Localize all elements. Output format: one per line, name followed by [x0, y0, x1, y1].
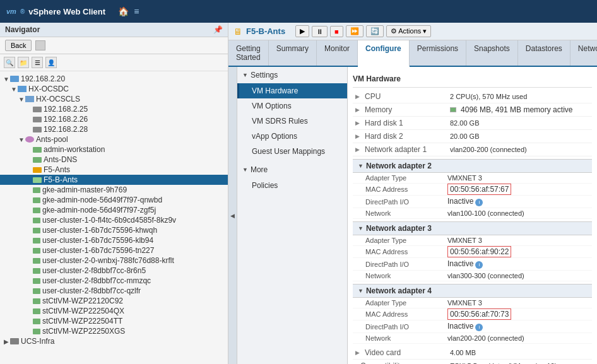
refresh-button[interactable]: 🔄 — [366, 25, 384, 37]
actions-button[interactable]: ⚙ Actions ▾ — [386, 25, 432, 37]
memory-expand-btn[interactable]: ▶ — [355, 107, 360, 113]
cpu-expand-btn[interactable]: ▶ — [355, 93, 360, 100]
tab-datastores[interactable]: Datastores — [518, 40, 570, 66]
detail-row-video[interactable]: ▶ Video card 4.00 MB — [353, 346, 592, 360]
more-section-header[interactable]: ▼ More — [237, 161, 347, 178]
detail-row-hdd2[interactable]: ▶ Hard disk 2 20.00 GB — [353, 130, 592, 143]
hdd1-expand-btn[interactable]: ▶ — [355, 120, 360, 126]
detail-row-compat[interactable]: Compatibility ESXi 5.5 and later (VM ver… — [353, 360, 592, 364]
tab-summary[interactable]: Summary — [269, 40, 317, 66]
vm-icon-2 — [33, 157, 42, 163]
home-icon[interactable]: 🏠 — [118, 6, 129, 16]
brand-logo: vm® vSphere Web Client — [6, 7, 105, 16]
header-toolbar: 🏠 ≡ — [118, 6, 139, 16]
tree-item-uc1[interactable]: user-cluster-1-0-fl4tc-6b9cd4585f-8kz9v — [0, 215, 228, 225]
vm-icon-4 — [33, 187, 40, 193]
network-adapter-3-section: ▼ Network adapter 3 Adapter Type VMXNET … — [353, 221, 592, 281]
tab-getting-started[interactable]: Getting Started — [228, 40, 269, 66]
video-expand-btn[interactable]: ▶ — [355, 349, 360, 356]
net1-expand-btn[interactable]: ▶ — [355, 146, 360, 153]
vm-icon-6 — [33, 208, 40, 213]
content-header: 🖥 F5-B-Ants ▶ ⏸ ■ ⏩ 🔄 ⚙ Actions ▾ — [228, 23, 597, 40]
back-button[interactable]: Back — [5, 40, 32, 51]
tree-item-f5-b-ants[interactable]: F5-B-Ants — [0, 175, 228, 185]
tree-item-h1[interactable]: 192.168.2.25 — [0, 104, 228, 114]
tree-item-ucs[interactable]: ▶ UCS-Infra — [0, 336, 228, 346]
net3-collapse-arrow[interactable]: ▼ — [358, 225, 364, 232]
tree-item-sctl2[interactable]: stCtlVM-WZP222504QX — [0, 306, 228, 316]
tree-item-admin-ws[interactable]: admin-workstation — [0, 144, 228, 155]
tab-permissions[interactable]: Permissions — [410, 40, 466, 66]
tree-item-uc5[interactable]: user-cluster-2-0-wnbxj-788fc76d88-krflt — [0, 255, 228, 266]
tree-item-uc3[interactable]: user-cluster-1-6b7dc75596-klb94 — [0, 235, 228, 245]
detail-section-title: VM Hardware — [353, 72, 592, 88]
tab-snapshots[interactable]: Snapshots — [466, 40, 518, 66]
nav-list-icon[interactable]: ☰ — [32, 57, 43, 68]
net2-collapse-arrow[interactable]: ▼ — [358, 163, 364, 169]
tree-item-uc4[interactable]: user-cluster-1-6b7dc75596-tn227 — [0, 245, 228, 255]
tree-item-sctl4[interactable]: stCtlVM-WZP22250XGS — [0, 326, 228, 336]
tabs-bar: Getting Started Summary Monitor Configur… — [228, 40, 597, 67]
vm-icon-15 — [33, 298, 40, 304]
tree-item-h3[interactable]: 192.168.2.28 — [0, 124, 228, 134]
tree-item-uc8[interactable]: user-cluster-2-f8dbbf7cc-qzlfr — [0, 286, 228, 296]
tab-networks[interactable]: Networks — [570, 40, 597, 66]
vm-icon-selected — [33, 177, 42, 183]
tree-item-uc6[interactable]: user-cluster-2-f8dbbf7cc-8r6n5 — [0, 266, 228, 276]
suspend-button[interactable]: ⏩ — [346, 25, 364, 37]
nav-person-icon[interactable]: 👤 — [45, 57, 57, 68]
detail-row-memory[interactable]: ▶ Memory 4096 MB, 491 MB memory active — [353, 103, 592, 117]
nav-grid-icon[interactable] — [35, 40, 45, 50]
net3-network-row: Network vlan300-300 (connected) — [353, 271, 592, 281]
tree-item-uc2[interactable]: user-cluster-1-6b7dc75596-khwqh — [0, 225, 228, 235]
nav-folder-icon[interactable]: 📁 — [18, 57, 29, 68]
tab-configure[interactable]: Configure — [358, 40, 410, 67]
settings-panel: ▼ Settings VM Hardware VM Options VM SDR… — [237, 67, 348, 364]
tree-item-gke-node2[interactable]: gke-admin-node-56d49f7f97-zgf5j — [0, 205, 228, 215]
settings-item-vapp-options[interactable]: vApp Options — [237, 129, 347, 144]
net2-network-row: Network vlan100-100 (connected) — [353, 208, 592, 219]
net3-adapter-type-row: Adapter Type VMXNET 3 — [353, 235, 592, 246]
tree-item-ants-dns[interactable]: Ants-DNS — [0, 155, 228, 165]
tab-monitor[interactable]: Monitor — [317, 40, 358, 66]
detail-row-cpu[interactable]: ▶ CPU 2 CPU(s), 570 MHz used — [353, 90, 592, 103]
menu-icon[interactable]: ≡ — [134, 6, 139, 16]
collapse-arrow[interactable]: ◀ — [228, 67, 237, 364]
tree-item-datacenter[interactable]: ▼ HX-OCSDC — [0, 84, 228, 94]
detail-row-net1[interactable]: ▶ Network adapter 1 vlan200-200 (connect… — [353, 143, 592, 156]
settings-item-guest-mappings[interactable]: Guest User Mappings — [237, 144, 347, 159]
stop-button[interactable]: ■ — [330, 26, 343, 37]
tree-item-pool[interactable]: ▼ Ants-pool — [0, 134, 228, 144]
settings-item-vm-sdrs[interactable]: VM SDRS Rules — [237, 114, 347, 129]
net2-directpath-info-icon[interactable]: i — [475, 199, 483, 206]
hdd2-expand-btn[interactable]: ▶ — [355, 133, 360, 139]
tree-item-gke-node1[interactable]: gke-admin-node-56d49f7f97-qnwbd — [0, 195, 228, 205]
vm-icon-12 — [33, 268, 40, 274]
tree-item-f5-ants[interactable]: F5-Ants — [0, 165, 228, 175]
net4-mac-row: MAC Address 00:50:56:af:70:73 — [353, 308, 592, 320]
tree-item-h2[interactable]: 192.168.2.26 — [0, 114, 228, 124]
tree-item-gke-master[interactable]: gke-admin-master-9h769 — [0, 185, 228, 195]
pause-button[interactable]: ⏸ — [312, 26, 328, 37]
settings-section-header[interactable]: ▼ Settings — [237, 67, 347, 83]
nav-search-icon[interactable]: 🔍 — [4, 57, 15, 68]
tree-item-sctl3[interactable]: stCtlVM-WZP222504TT — [0, 316, 228, 326]
pin-icon[interactable]: 📌 — [213, 25, 223, 34]
net3-section-header[interactable]: ▼ Network adapter 3 — [353, 221, 592, 235]
power-on-button[interactable]: ▶ — [295, 25, 309, 37]
tree-item-cluster[interactable]: ▼ HX-OCSCLS — [0, 94, 228, 104]
tree-item-host[interactable]: ▼ 192.168.2.20 — [0, 74, 228, 84]
net4-section-header[interactable]: ▼ Network adapter 4 — [353, 284, 592, 298]
settings-item-vm-options[interactable]: VM Options — [237, 98, 347, 114]
settings-item-policies[interactable]: Policies — [237, 178, 347, 193]
tree-item-sctl1[interactable]: stCtlVM-WZP22120C92 — [0, 296, 228, 306]
net4-directpath-info-icon[interactable]: i — [475, 324, 483, 331]
tree-item-uc7[interactable]: user-cluster-2-f8dbbf7cc-mmzqc — [0, 276, 228, 286]
settings-item-vm-hardware[interactable]: VM Hardware — [237, 83, 347, 98]
detail-row-hdd1[interactable]: ▶ Hard disk 1 82.00 GB — [353, 117, 592, 130]
detail-panel: VM Hardware ▶ CPU 2 CPU(s), 570 MHz used… — [348, 67, 597, 364]
net4-collapse-arrow[interactable]: ▼ — [358, 288, 364, 294]
network-adapter-4-section: ▼ Network adapter 4 Adapter Type VMXNET … — [353, 284, 592, 344]
net3-directpath-info-icon[interactable]: i — [475, 261, 483, 269]
net2-section-header[interactable]: ▼ Network adapter 2 — [353, 159, 592, 173]
